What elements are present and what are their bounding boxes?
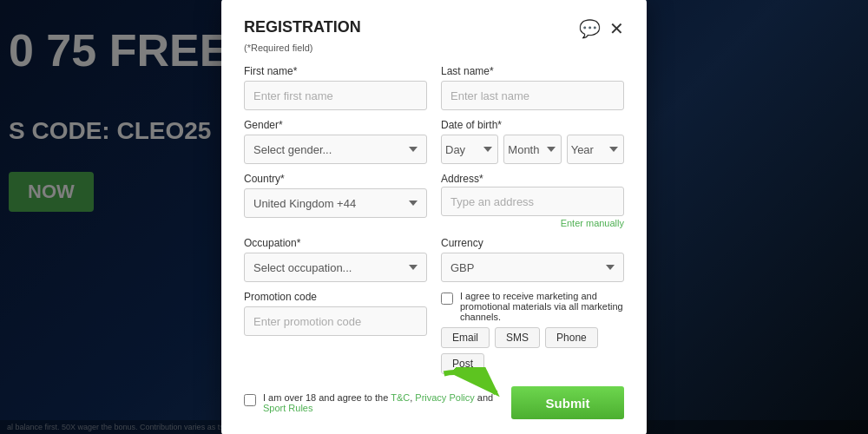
modal-overlay: REGISTRATION 💬 ✕ (*Required field) First… — [0, 0, 868, 434]
dob-label: Date of birth* — [441, 119, 624, 131]
promotion-group: Promotion code — [244, 291, 427, 374]
footer-row: I am over 18 and agree to the T&C, Priva… — [244, 386, 624, 419]
country-label: Country* — [244, 173, 427, 185]
registration-modal: REGISTRATION 💬 ✕ (*Required field) First… — [221, 0, 647, 434]
chat-icon[interactable]: 💬 — [579, 18, 601, 39]
modal-header: REGISTRATION 💬 ✕ — [244, 18, 624, 39]
email-button[interactable]: Email — [441, 327, 490, 348]
dob-year-select[interactable]: Year — [567, 135, 624, 164]
dob-group: Date of birth* Day Month Year — [441, 119, 624, 164]
modal-icons: 💬 ✕ — [579, 18, 624, 39]
address-input[interactable] — [441, 187, 624, 216]
last-name-label: Last name* — [441, 65, 624, 77]
last-name-input[interactable] — [441, 81, 624, 110]
currency-select[interactable]: GBP — [441, 253, 624, 282]
form-grid: First name* Last name* Gender* Select ge… — [244, 65, 624, 282]
first-name-input[interactable] — [244, 81, 427, 110]
gender-label: Gender* — [244, 119, 427, 131]
occupation-label: Occupation* — [244, 237, 427, 249]
dob-selects: Day Month Year — [441, 135, 624, 164]
age-agree-checkbox[interactable] — [244, 394, 256, 406]
phone-button[interactable]: Phone — [545, 327, 598, 348]
modal-title: REGISTRATION — [244, 18, 361, 36]
marketing-check-row: I agree to receive marketing and promoti… — [441, 291, 624, 322]
promo-label: Promotion code — [244, 291, 427, 303]
sport-rules-link[interactable]: Sport Rules — [263, 403, 312, 413]
marketing-section: I agree to receive marketing and promoti… — [441, 291, 624, 374]
required-note: (*Required field) — [244, 43, 624, 53]
arrow-icon — [433, 367, 520, 419]
currency-label: Currency — [441, 237, 624, 249]
dob-month-select[interactable]: Month — [503, 135, 561, 164]
dob-day-select[interactable]: Day — [441, 135, 498, 164]
promo-input[interactable] — [244, 306, 427, 336]
submit-button[interactable]: Submit — [511, 386, 624, 419]
enter-manually-link[interactable]: Enter manually — [441, 218, 624, 228]
marketing-text: I agree to receive marketing and promoti… — [460, 291, 624, 322]
currency-group: Currency GBP — [441, 237, 624, 282]
tc-link[interactable]: T&C — [391, 392, 410, 403]
address-group: Address* Enter manually — [441, 173, 624, 228]
gender-group: Gender* Select gender... Male Female Oth… — [244, 119, 427, 164]
country-select[interactable]: United Kingdom +44 — [244, 188, 427, 218]
occupation-group: Occupation* Select occupation... — [244, 237, 427, 282]
marketing-checkbox[interactable] — [441, 293, 453, 305]
bottom-section: Promotion code I agree to receive market… — [244, 291, 624, 374]
first-name-group: First name* — [244, 65, 427, 110]
country-group: Country* United Kingdom +44 — [244, 173, 427, 228]
address-label: Address* — [441, 173, 624, 185]
first-name-label: First name* — [244, 65, 427, 77]
arrow-area: Submit — [511, 386, 624, 419]
occupation-select[interactable]: Select occupation... — [244, 253, 427, 282]
sms-button[interactable]: SMS — [495, 327, 540, 348]
gender-select[interactable]: Select gender... Male Female Other — [244, 135, 427, 164]
last-name-group: Last name* — [441, 65, 624, 110]
close-icon[interactable]: ✕ — [609, 18, 624, 39]
